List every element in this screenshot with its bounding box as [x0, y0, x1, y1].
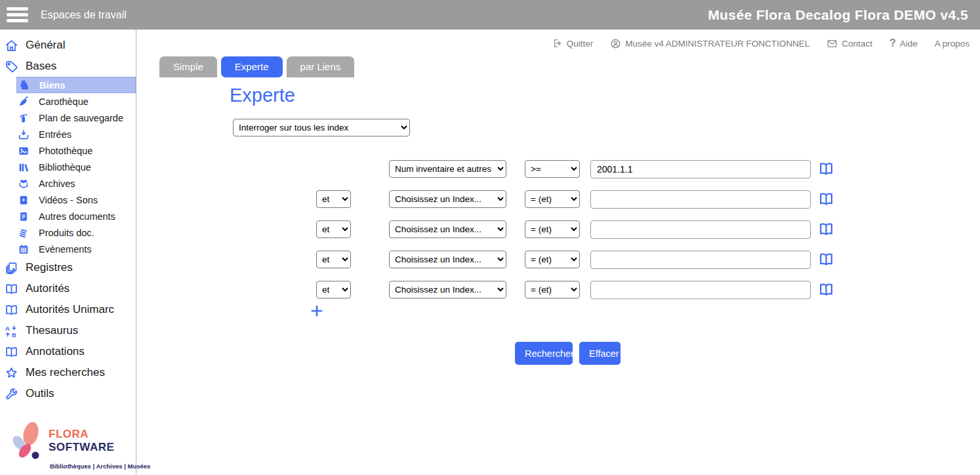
sidebar-item-label: Carothèque: [39, 96, 89, 107]
value-input-3[interactable]: [590, 220, 811, 239]
sidebar-item-biens[interactable]: ♞ Biens: [16, 77, 136, 93]
stack-icon: [18, 227, 30, 239]
sort-ab-icon: AB: [5, 324, 18, 338]
value-input-5[interactable]: [590, 281, 811, 299]
sidebar-item-label: Vidéos - Sons: [39, 195, 98, 205]
logo-wordmark: FLORA SOFTWARE: [49, 428, 134, 454]
open-book-icon: [5, 303, 18, 317]
utility-links: Quitter Musée v4 ADMINISTRATEUR FONCTION…: [552, 37, 970, 49]
sidebar-item-archives[interactable]: Archives: [16, 175, 136, 192]
hamburger-menu-icon[interactable]: [7, 7, 28, 22]
app-title: Musée Flora Decalog Flora DEMO v4.5: [708, 0, 968, 30]
operator-select-1[interactable]: >=: [525, 160, 580, 178]
help-link[interactable]: ? Aide: [889, 37, 918, 49]
open-book-icon: [5, 345, 18, 359]
operator-select-3[interactable]: = (et): [525, 220, 580, 238]
browse-index-button-4[interactable]: [817, 251, 834, 268]
sidebar-item-label: Photothèque: [39, 146, 92, 156]
sidebar-item-autorites-unimarc[interactable]: Autorités Unimarc: [0, 299, 136, 320]
page-title: Experte: [230, 85, 295, 106]
flora-app: Espaces de travail Musée Flora Decalog F…: [0, 0, 980, 475]
sidebar-item-label: Archives: [39, 178, 75, 189]
image-icon: [18, 145, 30, 157]
sidebar-item-general[interactable]: Général: [0, 35, 136, 56]
sidebar-item-label: Autres documents: [39, 211, 115, 222]
value-input-1[interactable]: [590, 160, 811, 178]
sidebar-item-label: Annotations: [26, 345, 85, 358]
sidebar-item-outils[interactable]: Outils: [0, 383, 136, 404]
video-file-icon: [18, 194, 30, 206]
document-icon: [18, 211, 30, 222]
sidebar-item-thesaurus[interactable]: AB Thesaurus: [0, 320, 136, 341]
books-icon: [18, 161, 30, 173]
workspaces-link[interactable]: Espaces de travail: [41, 0, 127, 30]
user-circle-icon: [610, 38, 621, 49]
user-account[interactable]: Musée v4 ADMINISTRATEUR FONCTIONNEL: [610, 38, 809, 49]
svg-text:A: A: [5, 324, 10, 331]
sidebar-item-registres[interactable]: Registres: [0, 257, 136, 278]
value-input-2[interactable]: [590, 190, 811, 209]
query-row: et Choisissez un Index... = (et): [137, 281, 980, 299]
sidebar-item-label: Registres: [26, 261, 73, 274]
query-row: et Choisissez un Index... = (et): [137, 220, 980, 239]
clear-button[interactable]: Effacer: [579, 342, 621, 365]
star-icon: [5, 366, 18, 380]
open-box-icon: [18, 178, 30, 190]
sidebar-item-annotations[interactable]: Annotations: [0, 341, 136, 362]
operator-select-2[interactable]: = (et): [525, 190, 580, 208]
sidebar-item-phototheque[interactable]: Photothèque: [16, 142, 136, 159]
add-criteria-button[interactable]: +: [310, 299, 323, 321]
sidebar-item-label: Autorités: [26, 282, 70, 295]
tab-experte[interactable]: Experte: [221, 56, 283, 77]
browse-index-button-5[interactable]: [817, 281, 834, 299]
sidebar-item-bibliotheque[interactable]: Bibliothèque: [16, 159, 136, 175]
calendar-icon: [18, 243, 30, 255]
sidebar-item-carotheque[interactable]: Carothèque: [16, 93, 136, 110]
sidebar-item-produits-doc[interactable]: Produits doc.: [16, 224, 136, 241]
index-select-2[interactable]: Choisissez un Index...: [389, 190, 506, 208]
open-book-icon: [5, 282, 18, 296]
sidebar-item-mes-recherches[interactable]: Mes recherches: [0, 362, 136, 383]
boolean-select-5[interactable]: et: [316, 281, 351, 299]
index-select-4[interactable]: Choisissez un Index...: [389, 251, 506, 268]
copies-icon: [5, 261, 18, 275]
sidebar-item-autorites[interactable]: Autorités: [0, 278, 136, 299]
sidebar-item-bases[interactable]: Bases: [0, 56, 136, 77]
browse-index-button-3[interactable]: [817, 221, 834, 238]
flora-software-logo: FLORA SOFTWARE Bibliothèques | Archives …: [9, 421, 134, 470]
tab-par-liens[interactable]: par Liens: [287, 56, 355, 77]
sidebar-item-label: Thesaurus: [26, 324, 78, 337]
index-select-3[interactable]: Choisissez un Index...: [389, 220, 506, 238]
operator-select-5[interactable]: = (et): [525, 281, 580, 299]
index-select-5[interactable]: Choisissez un Index...: [389, 281, 506, 299]
sidebar-item-label: Autorités Unimarc: [26, 303, 114, 316]
quit-link[interactable]: Quitter: [552, 38, 594, 49]
sidebar-item-autres-documents[interactable]: Autres documents: [16, 208, 136, 224]
home-icon: [5, 39, 18, 52]
value-input-4[interactable]: [590, 251, 811, 269]
browse-index-button-1[interactable]: [817, 161, 834, 178]
about-link[interactable]: A propos: [935, 39, 970, 49]
search-button[interactable]: Rechercher: [515, 342, 573, 365]
index-select-1[interactable]: Num inventaire et autres: [389, 160, 506, 178]
sidebar-item-entrees[interactable]: Entrées: [16, 126, 136, 142]
question-mark-icon: ?: [889, 37, 896, 49]
boolean-select-4[interactable]: et: [316, 251, 351, 268]
svg-text:B: B: [12, 331, 16, 337]
global-index-select[interactable]: Interroger sur tous les index: [233, 119, 410, 136]
tab-simple[interactable]: Simple: [159, 56, 217, 77]
flora-petals-icon: [9, 421, 43, 461]
query-row: Num inventaire et autres >=: [137, 160, 980, 178]
browse-index-button-2[interactable]: [817, 191, 834, 208]
boolean-select-2[interactable]: et: [316, 190, 351, 208]
contact-link[interactable]: Contact: [827, 38, 872, 49]
operator-select-4[interactable]: = (et): [525, 251, 580, 268]
boolean-select-3[interactable]: et: [316, 220, 351, 238]
sidebar-item-label: Evènements: [39, 244, 92, 255]
sidebar-item-label: Biens: [39, 80, 66, 91]
carrot-icon: [18, 96, 30, 108]
sidebar-item-videos-sons[interactable]: Vidéos - Sons: [16, 192, 136, 208]
sidebar-item-plan-de-sauvegarde[interactable]: Plan de sauvegarde: [16, 110, 136, 126]
sidebar-item-evenements[interactable]: Evènements: [16, 241, 136, 257]
sidebar: Général Bases ♞ Biens Carothèque Plan de…: [0, 30, 136, 475]
